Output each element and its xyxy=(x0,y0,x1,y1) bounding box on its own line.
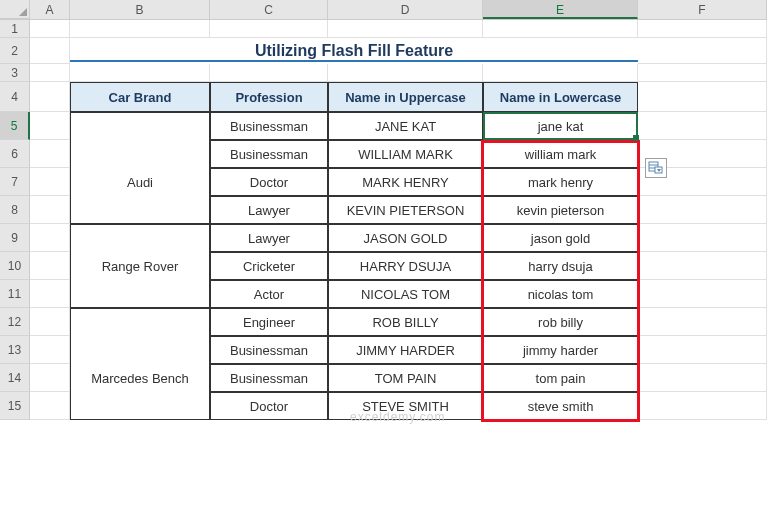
upper-cell[interactable]: ROB BILLY xyxy=(328,308,483,336)
flash-fill-options-button[interactable] xyxy=(645,158,667,178)
row-header-3[interactable]: 3 xyxy=(0,64,30,82)
table-header-profession[interactable]: Profession xyxy=(210,82,328,112)
cell[interactable] xyxy=(638,20,767,38)
upper-cell[interactable]: KEVIN PIETERSON xyxy=(328,196,483,224)
lower-cell[interactable]: rob billy xyxy=(483,308,638,336)
cell[interactable] xyxy=(638,38,767,64)
profession-cell[interactable]: Cricketer xyxy=(210,252,328,280)
col-header-C[interactable]: C xyxy=(210,0,328,19)
profession-cell[interactable]: Businessman xyxy=(210,336,328,364)
cell[interactable] xyxy=(70,20,210,38)
cell[interactable] xyxy=(30,280,70,308)
brand-cell[interactable] xyxy=(70,140,210,168)
upper-cell[interactable]: STEVE SMITH xyxy=(328,392,483,420)
upper-cell[interactable]: TOM PAIN xyxy=(328,364,483,392)
cell[interactable] xyxy=(30,252,70,280)
row-header-12[interactable]: 12 xyxy=(0,308,30,336)
cell[interactable] xyxy=(638,112,767,140)
upper-cell[interactable]: NICOLAS TOM xyxy=(328,280,483,308)
brand-cell[interactable] xyxy=(70,308,210,336)
cell[interactable] xyxy=(638,392,767,420)
lower-cell[interactable]: harry dsuja xyxy=(483,252,638,280)
profession-cell[interactable]: Doctor xyxy=(210,392,328,420)
cell[interactable] xyxy=(30,364,70,392)
select-all-corner[interactable] xyxy=(0,0,30,19)
profession-cell[interactable]: Businessman xyxy=(210,364,328,392)
lower-cell[interactable]: nicolas tom xyxy=(483,280,638,308)
cell[interactable] xyxy=(30,112,70,140)
cell[interactable] xyxy=(638,308,767,336)
row-header-8[interactable]: 8 xyxy=(0,196,30,224)
brand-cell[interactable] xyxy=(70,196,210,224)
row-header-14[interactable]: 14 xyxy=(0,364,30,392)
upper-cell[interactable]: WILLIAM MARK xyxy=(328,140,483,168)
row-header-11[interactable]: 11 xyxy=(0,280,30,308)
cell[interactable] xyxy=(70,64,210,82)
profession-cell[interactable]: Businessman xyxy=(210,140,328,168)
upper-cell[interactable]: JANE KAT xyxy=(328,112,483,140)
cell[interactable] xyxy=(483,20,638,38)
table-header-upper[interactable]: Name in Uppercase xyxy=(328,82,483,112)
brand-cell[interactable] xyxy=(70,112,210,140)
upper-cell[interactable]: HARRY DSUJA xyxy=(328,252,483,280)
brand-cell[interactable] xyxy=(70,392,210,420)
lower-cell[interactable]: jason gold xyxy=(483,224,638,252)
cell[interactable] xyxy=(638,252,767,280)
col-header-F[interactable]: F xyxy=(638,0,767,19)
cell[interactable] xyxy=(638,82,767,112)
upper-cell[interactable]: MARK HENRY xyxy=(328,168,483,196)
brand-cell[interactable]: Range Rover xyxy=(70,252,210,280)
table-header-brand[interactable]: Car Brand xyxy=(70,82,210,112)
cell[interactable] xyxy=(638,280,767,308)
cell[interactable] xyxy=(30,38,70,64)
lower-cell[interactable]: william mark xyxy=(483,140,638,168)
row-header-7[interactable]: 7 xyxy=(0,168,30,196)
lower-cell[interactable]: tom pain xyxy=(483,364,638,392)
row-header-1[interactable]: 1 xyxy=(0,20,30,38)
cell[interactable] xyxy=(328,64,483,82)
brand-cell[interactable]: Audi xyxy=(70,168,210,196)
col-header-A[interactable]: A xyxy=(30,0,70,19)
lower-cell[interactable]: jane kat xyxy=(483,112,638,140)
lower-cell[interactable]: mark henry xyxy=(483,168,638,196)
cell[interactable] xyxy=(30,168,70,196)
cell[interactable] xyxy=(328,20,483,38)
cell[interactable] xyxy=(30,196,70,224)
row-header-4[interactable]: 4 xyxy=(0,82,30,112)
row-header-9[interactable]: 9 xyxy=(0,224,30,252)
cell[interactable] xyxy=(30,82,70,112)
cell[interactable] xyxy=(30,20,70,38)
table-header-lower[interactable]: Name in Lowercase xyxy=(483,82,638,112)
profession-cell[interactable]: Engineer xyxy=(210,308,328,336)
row-header-2[interactable]: 2 xyxy=(0,38,30,64)
profession-cell[interactable]: Lawyer xyxy=(210,196,328,224)
cell[interactable] xyxy=(210,20,328,38)
upper-cell[interactable]: JIMMY HARDER xyxy=(328,336,483,364)
profession-cell[interactable]: Actor xyxy=(210,280,328,308)
col-header-B[interactable]: B xyxy=(70,0,210,19)
cell[interactable] xyxy=(638,64,767,82)
cell[interactable] xyxy=(30,64,70,82)
col-header-D[interactable]: D xyxy=(328,0,483,19)
cell[interactable] xyxy=(30,308,70,336)
profession-cell[interactable]: Businessman xyxy=(210,112,328,140)
row-header-6[interactable]: 6 xyxy=(0,140,30,168)
lower-cell[interactable]: steve smith xyxy=(483,392,638,420)
cell[interactable] xyxy=(30,224,70,252)
brand-cell[interactable] xyxy=(70,336,210,364)
cell[interactable] xyxy=(30,392,70,420)
cell[interactable] xyxy=(210,64,328,82)
lower-cell[interactable]: kevin pieterson xyxy=(483,196,638,224)
row-header-5[interactable]: 5 xyxy=(0,112,30,140)
lower-cell[interactable]: jimmy harder xyxy=(483,336,638,364)
cell[interactable] xyxy=(483,64,638,82)
cell[interactable] xyxy=(30,336,70,364)
brand-cell[interactable] xyxy=(70,280,210,308)
title-cell[interactable]: Utilizing Flash Fill Feature xyxy=(70,38,638,64)
profession-cell[interactable]: Doctor xyxy=(210,168,328,196)
upper-cell[interactable]: JASON GOLD xyxy=(328,224,483,252)
cell[interactable] xyxy=(638,196,767,224)
brand-cell[interactable] xyxy=(70,224,210,252)
brand-cell[interactable]: Marcedes Bench xyxy=(70,364,210,392)
col-header-E[interactable]: E xyxy=(483,0,638,19)
